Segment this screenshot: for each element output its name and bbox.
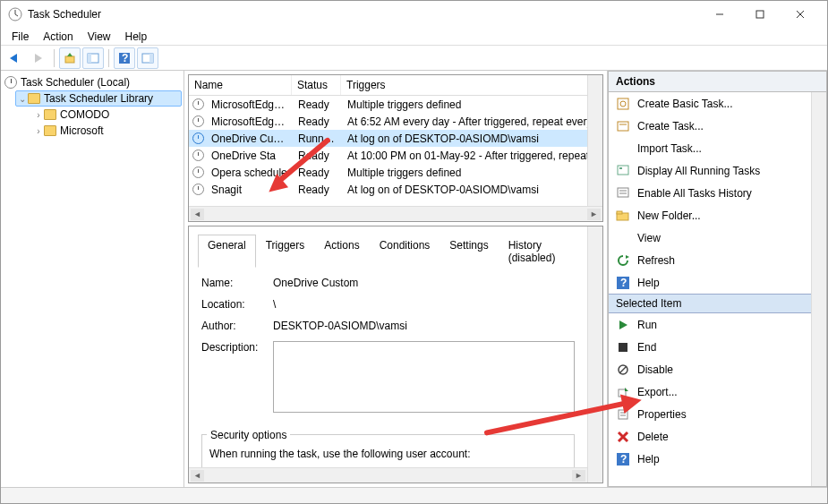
menu-file[interactable]: File — [4, 29, 36, 45]
col-status[interactable]: Status — [292, 75, 341, 95]
action-end[interactable]: End — [609, 336, 826, 358]
location-label: Location: — [201, 298, 273, 311]
tree-library-label: Task Scheduler Library — [44, 92, 153, 105]
selected-item-label: Selected Item — [616, 297, 681, 310]
close-button[interactable] — [780, 1, 820, 28]
tab-history[interactable]: History (disabled) — [499, 235, 578, 268]
toolbar-separator — [108, 49, 109, 67]
action-create-task[interactable]: Create Task... — [609, 115, 826, 137]
task-row[interactable]: OneDrive StaReadyAt 10:00 PM on 01-May-9… — [189, 147, 602, 164]
list-vscroll[interactable] — [587, 75, 602, 206]
list-hscroll[interactable]: ◄► — [189, 206, 602, 221]
clock-icon — [192, 98, 204, 110]
actions-vscroll[interactable] — [811, 92, 826, 486]
task-row[interactable]: MicrosoftEdgeU...ReadyMultiple triggers … — [189, 96, 602, 113]
actions-pane: Actions Create Basic Task... Create Task… — [608, 71, 827, 487]
action-label: View — [637, 232, 807, 244]
action-import-task[interactable]: Import Task... — [609, 137, 826, 159]
cell-name: MicrosoftEdgeU... — [206, 115, 293, 128]
menu-action[interactable]: Action — [36, 29, 80, 45]
action-label: New Folder... — [637, 209, 701, 222]
action-help-2[interactable]: ?Help — [609, 448, 826, 470]
action-create-basic-task[interactable]: Create Basic Task... — [609, 92, 826, 115]
cell-status: Ready — [293, 115, 342, 128]
cell-name: OneDrive Sta — [206, 149, 293, 162]
action-run[interactable]: Run — [609, 313, 826, 336]
show-hide-tree-button[interactable] — [82, 47, 104, 69]
action-disable[interactable]: Disable — [609, 358, 826, 380]
forward-button[interactable] — [28, 47, 49, 69]
tree-child-comodo[interactable]: › COMODO — [31, 107, 182, 123]
scroll-left-icon[interactable]: ◄ — [191, 209, 204, 220]
tab-general[interactable]: General — [198, 235, 256, 268]
cell-triggers: At log on of DESKTOP-0ASIOMD\vamsi — [342, 132, 602, 145]
disable-icon — [616, 363, 630, 377]
tree-root[interactable]: Task Scheduler (Local) — [3, 74, 182, 90]
expander-icon[interactable]: › — [33, 110, 44, 120]
cell-triggers: Multiple triggers defined — [342, 98, 602, 111]
tab-triggers[interactable]: Triggers — [256, 235, 315, 268]
col-name[interactable]: Name — [189, 75, 292, 95]
back-button[interactable] — [4, 47, 26, 69]
cell-status: Ready — [293, 167, 342, 179]
action-new-folder[interactable]: New Folder... — [609, 204, 826, 226]
detail-hscroll[interactable]: ◄► — [189, 467, 587, 483]
cell-status: Ready — [293, 184, 342, 196]
action-label: Enable All Tasks History — [637, 187, 752, 200]
action-label: Import Task... — [637, 142, 702, 155]
tree-library[interactable]: ⌄ Task Scheduler Library — [15, 90, 182, 107]
expander-icon[interactable]: › — [33, 126, 44, 136]
task-row[interactable]: MicrosoftEdgeU...ReadyAt 6:52 AM every d… — [189, 113, 602, 130]
tab-actions[interactable]: Actions — [314, 235, 369, 268]
action-view[interactable]: View▸ — [609, 226, 826, 249]
svg-rect-9 — [65, 56, 74, 63]
maximize-button[interactable] — [739, 1, 780, 28]
minimize-button[interactable] — [699, 1, 739, 28]
clock-icon — [192, 149, 204, 161]
action-enable-history[interactable]: Enable All Tasks History — [609, 182, 826, 204]
svg-marker-7 — [10, 54, 17, 63]
up-button[interactable] — [59, 47, 81, 69]
show-hide-action-button[interactable] — [137, 47, 158, 69]
menu-help[interactable]: Help — [118, 29, 155, 45]
action-help[interactable]: ?Help — [609, 271, 826, 294]
toolbar-separator — [54, 49, 55, 67]
menubar: File Action View Help — [1, 28, 827, 46]
svg-rect-16 — [149, 54, 153, 63]
svg-rect-17 — [618, 98, 628, 109]
detail-vscroll[interactable] — [587, 226, 602, 483]
menu-view[interactable]: View — [81, 29, 118, 45]
description-box[interactable] — [273, 341, 575, 413]
folder-icon — [44, 125, 56, 136]
expander-icon[interactable]: ⌄ — [17, 94, 28, 104]
cell-triggers: At 10:00 PM on 01-May-92 - After trigger… — [342, 149, 602, 162]
name-label: Name: — [201, 277, 273, 289]
action-display-running[interactable]: Display All Running Tasks — [609, 159, 826, 182]
tree-child-microsoft[interactable]: › Microsoft — [31, 123, 182, 139]
tree-pane[interactable]: Task Scheduler (Local) ⌄ Task Scheduler … — [1, 71, 184, 487]
help-button[interactable]: ? — [114, 47, 135, 69]
tab-conditions[interactable]: Conditions — [370, 235, 440, 268]
action-label: Delete — [637, 431, 669, 443]
toolbar: ? — [1, 46, 827, 71]
action-label: Create Basic Task... — [637, 98, 733, 110]
task-row[interactable]: OneDrive CustomRunningAt log on of DESKT… — [189, 130, 602, 147]
scroll-right-icon[interactable]: ► — [587, 209, 601, 220]
svg-line-34 — [619, 366, 627, 373]
svg-rect-22 — [619, 167, 622, 169]
list-header: Name Status Triggers — [189, 75, 602, 96]
task-row[interactable]: SnagitReadyAt log on of DESKTOP-0ASIOMD\… — [189, 181, 602, 198]
clock-icon — [192, 167, 204, 178]
svg-marker-36 — [625, 388, 628, 391]
scroll-right-icon[interactable]: ► — [572, 470, 585, 482]
action-label: Properties — [637, 408, 687, 421]
svg-rect-27 — [617, 211, 622, 214]
list-body: MicrosoftEdgeU...ReadyMultiple triggers … — [189, 96, 602, 206]
task-row[interactable]: Opera scheduleReadyMultiple triggers def… — [189, 164, 602, 181]
scroll-left-icon[interactable]: ◄ — [191, 470, 204, 482]
tab-settings[interactable]: Settings — [440, 235, 498, 268]
action-delete[interactable]: Delete — [609, 425, 826, 448]
name-value: OneDrive Custom — [273, 277, 575, 289]
col-triggers[interactable]: Triggers — [341, 75, 602, 95]
action-refresh[interactable]: Refresh — [609, 249, 826, 271]
